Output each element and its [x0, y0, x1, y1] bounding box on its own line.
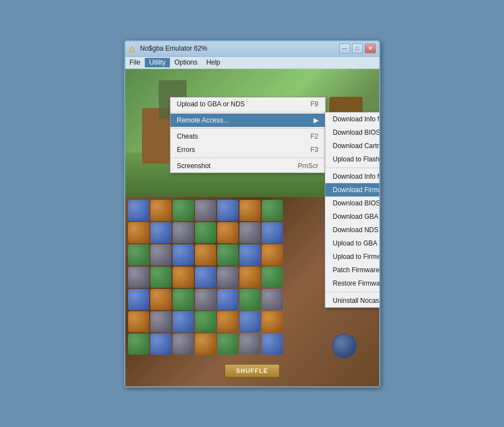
errors-label: Errors [177, 146, 195, 154]
separator-3 [170, 158, 325, 158]
title-buttons: — □ ✕ [339, 43, 376, 53]
cheats-shortcut: F2 [310, 132, 318, 140]
upload-gba-nds-label: Upload to GBA or NDS [177, 100, 245, 108]
separator-2 [170, 128, 325, 129]
submenu-dl-info-nds[interactable]: Download Info from NDS [325, 170, 379, 183]
submenu-ul-flashcard-gba[interactable]: Upload to Flashcard in GBA [325, 153, 379, 166]
screenshot-shortcut: PrnScr [298, 162, 319, 170]
submenu-dl-cart-gba[interactable]: Download Cartridge from GBA [325, 139, 379, 153]
menu-options[interactable]: Options [170, 58, 202, 67]
cheats-label: Cheats [177, 132, 198, 140]
submenu-dl-firmware-nds[interactable]: Download Firmware from NDS [325, 183, 379, 197]
menu-item-cheats[interactable]: Cheats F2 [170, 130, 325, 143]
submenu-dl-gba-cart-nds[interactable]: Download GBA Cartridge from NDS [325, 210, 379, 223]
submenu-restore-firmware-nds[interactable]: Restore Firmware in NDS [325, 277, 379, 290]
submenu-ul-gba-flash-nds[interactable]: Upload to GBA Flashcard in NDS [325, 237, 379, 250]
menu-utility[interactable]: Utility [145, 58, 170, 67]
utility-dropdown: Upload to GBA or NDS F9 Remote Access...… [170, 97, 326, 173]
menu-file[interactable]: File [125, 58, 145, 67]
title-bar: △ No$gba Emulator 62% — □ ✕ [125, 41, 379, 57]
submenu-dl-bios-gba[interactable]: Download BIOS from GBA [325, 126, 379, 139]
window-title: No$gba Emulator 62% [140, 45, 208, 52]
submenu-patch-firmware-nds[interactable]: Patch Firmware in NDS [325, 263, 379, 277]
errors-shortcut: F3 [310, 146, 318, 154]
shuffle-button[interactable]: SHUFFLE [224, 364, 281, 378]
menu-help[interactable]: Help [202, 58, 225, 67]
submenu-uninstall-nocashio[interactable]: Uninstall Nocashio Driver [325, 294, 379, 307]
submenu-dl-bios-nds[interactable]: Download BIOS from NDS [325, 197, 379, 210]
title-bar-left: △ No$gba Emulator 62% [129, 44, 208, 53]
submenu-separator-2 [325, 292, 379, 292]
submenu-separator-1 [325, 168, 379, 168]
emulator-window: △ No$gba Emulator 62% — □ ✕ File Utility… [124, 40, 380, 387]
maximize-button[interactable]: □ [352, 43, 363, 53]
content-area: SHUFFLE Upload to GBA or NDS F9 Remote A… [125, 69, 379, 386]
remote-access-label: Remote Access... [177, 116, 229, 124]
minimize-button[interactable]: — [339, 43, 350, 53]
menu-item-remote-access[interactable]: Remote Access... ▶ [170, 114, 325, 127]
close-button[interactable]: ✕ [365, 43, 376, 53]
submenu-dl-info-gba[interactable]: Download Info from GBA [325, 112, 379, 126]
game-circle [332, 333, 357, 359]
upload-gba-nds-shortcut: F9 [310, 100, 318, 108]
submenu-dl-nds-cart-nds[interactable]: Download NDS Cartridge from NDS [325, 223, 379, 237]
separator-1 [170, 112, 325, 112]
screenshot-label: Screenshot [177, 162, 211, 170]
submenu-ul-firmware-nds[interactable]: Upload to Firmware in NDS [325, 250, 379, 263]
remote-access-submenu: Download Info from GBA Download BIOS fro… [325, 112, 379, 308]
app-icon: △ [129, 44, 138, 53]
menu-item-errors[interactable]: Errors F3 [170, 143, 325, 156]
menu-item-screenshot[interactable]: Screenshot PrnScr [170, 159, 325, 173]
menu-bar: File Utility Options Help [125, 57, 379, 69]
remote-access-arrow: ▶ [314, 116, 319, 124]
menu-item-upload-gba-nds[interactable]: Upload to GBA or NDS F9 [170, 97, 325, 111]
